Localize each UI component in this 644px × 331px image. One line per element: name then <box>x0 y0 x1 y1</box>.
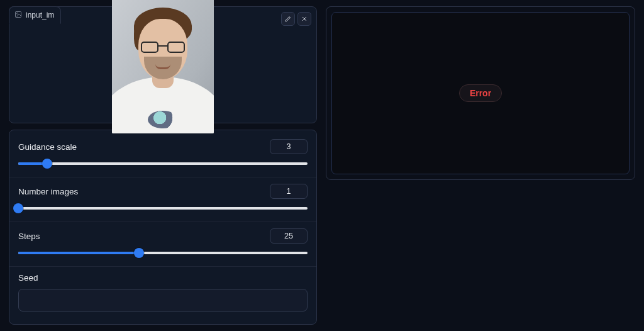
number-images-label: Number images <box>18 187 78 196</box>
portrait-image <box>112 0 214 133</box>
steps-control: Steps 25 <box>9 222 316 267</box>
input-image-panel: input_im <box>9 6 317 123</box>
input-image-preview[interactable] <box>9 7 316 123</box>
seed-input[interactable] <box>18 289 308 311</box>
error-status-badge: Error <box>459 84 502 102</box>
output-panel: Error <box>326 6 635 180</box>
guidance-scale-value[interactable]: 3 <box>270 139 308 154</box>
guidance-scale-slider[interactable] <box>18 160 308 167</box>
seed-label: Seed <box>18 273 308 283</box>
steps-value[interactable]: 25 <box>270 228 308 244</box>
guidance-scale-label: Guidance scale <box>18 142 77 152</box>
output-area: Error <box>331 12 630 174</box>
seed-control: Seed <box>9 267 316 322</box>
number-images-slider[interactable] <box>18 205 308 211</box>
steps-label: Steps <box>18 232 40 241</box>
steps-slider[interactable] <box>18 250 308 256</box>
controls-panel: Guidance scale 3 Number images 1 Ste <box>9 130 317 325</box>
guidance-scale-control: Guidance scale 3 <box>9 133 316 177</box>
number-images-value[interactable]: 1 <box>270 184 308 199</box>
number-images-control: Number images 1 <box>9 177 316 222</box>
